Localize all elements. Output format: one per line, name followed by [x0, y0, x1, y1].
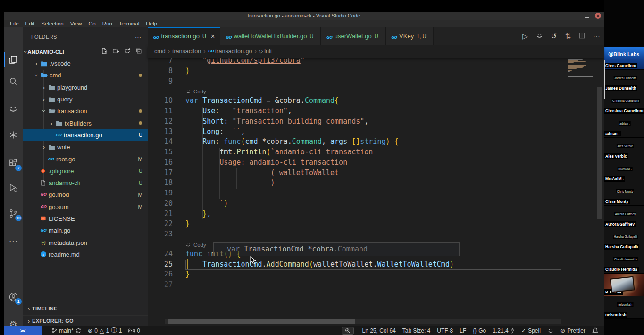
code-line-27[interactable]: 27 — [148, 280, 604, 291]
line-number[interactable]: 19 — [148, 189, 185, 199]
line-number[interactable]: 23 — [148, 230, 185, 240]
more-actions-icon[interactable]: ··· — [135, 34, 141, 41]
line-number[interactable]: 25 — [148, 260, 185, 270]
code-text[interactable]: Run: func(cmd *cobra.Command, args []str… — [185, 137, 561, 148]
code-line-17[interactable]: 17 ( walletToWallet — [148, 168, 604, 179]
menu-selection[interactable]: Selection — [38, 21, 67, 26]
tree-item-cmd[interactable]: ›cmd — [23, 69, 148, 81]
cody-status[interactable] — [544, 326, 557, 335]
code-text[interactable]: Use: "transaction", — [185, 107, 561, 117]
project-root-row[interactable]: › ANDAMIO-CLI — [23, 46, 148, 58]
code-text[interactable]: }, — [185, 209, 561, 220]
code-line-12[interactable]: 12 Short: "Transaction building commands… — [148, 117, 604, 127]
code-line-16[interactable]: 16 Usage: andamio-cli transaction — [148, 158, 604, 168]
participant-tile-james-dunseith[interactable]: James DunseithJames Dunseith — [604, 70, 644, 92]
tree-item-txbuilders[interactable]: ›txBuilders — [23, 117, 148, 129]
tab-transaction.go[interactable]: GOtransaction.goU× — [148, 27, 220, 45]
menu-help[interactable]: Help — [142, 21, 160, 26]
spell-checker[interactable]: ✓Spell — [518, 326, 544, 335]
code-text[interactable]: } — [185, 219, 561, 230]
code-text[interactable]: "github.com/spf13/cobra" — [185, 56, 561, 67]
line-number[interactable]: 12 — [148, 117, 185, 127]
participant-tile-p-lucas[interactable]: P. Lucas — [604, 274, 644, 296]
go-version[interactable]: 1.21.4 — [489, 326, 518, 335]
tab-userwallet.go[interactable]: GOuserWallet.goU — [321, 27, 385, 45]
code-line-23[interactable]: 23 — [148, 230, 604, 240]
compare-changes-icon[interactable]: ⇅ — [565, 32, 571, 41]
code-text[interactable] — [185, 189, 561, 199]
participant-tile-harsha-gullapalli[interactable]: Harsha GullapalliHarsha Gullapalli — [604, 228, 644, 251]
line-number[interactable]: 8 — [148, 67, 185, 77]
line-number[interactable]: 14 — [148, 137, 185, 148]
participant-tile-chris-monty[interactable]: Chris MontyChris Monty — [604, 183, 644, 206]
code-text[interactable]: ) — [185, 67, 561, 77]
cursor-position[interactable]: Ln 25, Col 64 — [359, 326, 399, 335]
run-button[interactable]: ▷ — [522, 32, 528, 41]
code-line-22[interactable]: 22} — [148, 219, 604, 230]
minimize-icon[interactable]: – — [577, 13, 579, 19]
encoding[interactable]: UTF-8 — [434, 326, 456, 335]
call-panel-scrollbar[interactable] — [604, 60, 605, 99]
problems-item[interactable]: ⊗0 △1 ⓘ1 — [84, 326, 125, 335]
code-text[interactable]: ( walletToWallet — [185, 168, 561, 179]
snippets-icon[interactable] — [4, 126, 23, 143]
menu-terminal[interactable]: Terminal — [116, 21, 142, 26]
code-text[interactable] — [185, 77, 561, 87]
breadcrumb-cmd[interactable]: cmd — [154, 48, 166, 55]
line-number[interactable]: 10 — [148, 96, 185, 107]
tree-item-playground[interactable]: ›playground — [23, 82, 148, 93]
timeline-history-icon[interactable]: ↺ — [551, 32, 557, 41]
tree-item--vscode[interactable]: ›.vscode — [23, 58, 148, 69]
tree-item-andamio-cli[interactable]: andamio-cliU — [23, 177, 148, 189]
new-folder-icon[interactable] — [112, 48, 119, 56]
minimap[interactable] — [568, 56, 595, 78]
code-text[interactable] — [185, 280, 561, 291]
code-text[interactable]: var TransactionCmd = &cobra.Command{ — [185, 96, 561, 107]
menu-file[interactable]: File — [7, 21, 22, 26]
tree-item-readme-md[interactable]: ireadme.md — [23, 249, 148, 260]
code-line-14[interactable]: 14 Run: func(cmd *cobra.Command, args []… — [148, 137, 604, 148]
code-line-11[interactable]: 11 Use: "transaction", — [148, 107, 604, 117]
code-line-15[interactable]: 15 fmt.Println(`andamio-cli transaction — [148, 148, 604, 158]
notifications-bell[interactable] — [589, 326, 604, 335]
participant-tile-nelson-ksh[interactable]: nelson kshnelson ksh — [604, 296, 644, 319]
line-number[interactable]: 27 — [148, 280, 185, 291]
code-text[interactable]: Usage: andamio-cli transaction — [185, 158, 561, 168]
code-text[interactable]: TransactionCmd.AddCommand(walletToWallet… — [185, 260, 561, 270]
code-text[interactable]: ) — [185, 178, 561, 189]
line-number[interactable]: 17 — [148, 168, 185, 179]
code-text[interactable] — [185, 230, 561, 240]
menu-go[interactable]: Go — [85, 21, 99, 26]
split-editor-icon[interactable] — [579, 32, 585, 40]
code-line-10[interactable]: 10var TransactionCmd = &cobra.Command{ — [148, 96, 604, 107]
breadcrumb-transaction[interactable]: transaction — [172, 48, 201, 55]
participant-tile-chris-gianelloni[interactable]: ⒷBlink LabsChris Gianelloni — [604, 47, 644, 70]
code-text[interactable]: Long: ``, — [185, 127, 561, 138]
zoom-indicator[interactable] — [342, 327, 354, 335]
breadcrumb-transaction-go[interactable]: GOtransaction.go — [208, 48, 252, 55]
tree-item-license[interactable]: LICENSE — [23, 213, 148, 225]
code-line-20[interactable]: 20 `) — [148, 199, 604, 209]
tree-item-transaction-go[interactable]: GOtransaction.goU — [23, 129, 148, 141]
tab-wallettowallettxbuilder.go[interactable]: GOwalletToWalletTxBuilder.goU — [220, 27, 321, 45]
cody-code-lens[interactable]: Cody — [148, 87, 604, 96]
eol[interactable]: LF — [456, 326, 469, 335]
cody-icon[interactable] — [4, 100, 23, 117]
participant-tile-ales-verbic[interactable]: Ales VerbicAles Verbic — [604, 138, 644, 160]
code-text[interactable]: fmt.Println(`andamio-cli transaction — [185, 148, 561, 158]
line-number[interactable]: 20 — [148, 199, 185, 209]
refresh-icon[interactable] — [124, 48, 131, 56]
account-icon[interactable]: 1 — [4, 288, 23, 305]
code-text[interactable]: Short: "Transaction building commands", — [185, 117, 561, 127]
git-branch-item[interactable]: main* — [48, 326, 84, 335]
tree-item-metadata-json[interactable]: {··}metadata.json — [23, 236, 148, 248]
timeline-section[interactable]: › TIMELINE — [23, 303, 148, 314]
code-line-7[interactable]: 7 "github.com/spf13/cobra" — [148, 56, 604, 67]
menu-run[interactable]: Run — [99, 21, 116, 26]
close-tab-icon[interactable]: × — [211, 33, 215, 40]
line-number[interactable]: 22 — [148, 219, 185, 230]
more-icon[interactable]: ··· — [4, 233, 23, 250]
tree-item-root-go[interactable]: GOroot.goM — [23, 153, 148, 165]
participant-tile-adrian-[interactable]: adrian .adrian . — [604, 115, 644, 138]
tree-item-write[interactable]: ›write — [23, 141, 148, 153]
